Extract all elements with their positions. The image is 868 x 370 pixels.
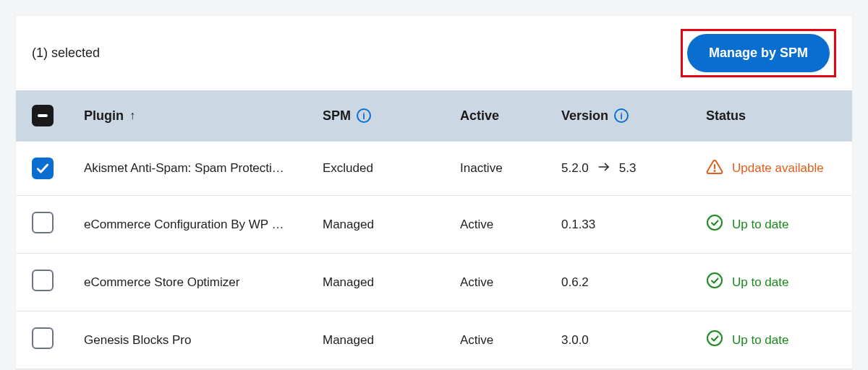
- version-from: 5.2.0: [561, 161, 589, 176]
- version-cell: 0.6.2: [554, 254, 699, 311]
- plugins-table: Plugin ↑ SPM i Active Version i: [16, 90, 852, 369]
- topbar: (1) selected Manage by SPM: [16, 16, 852, 90]
- row-checkbox[interactable]: [32, 212, 54, 233]
- manage-by-spm-button[interactable]: Manage by SPM: [687, 34, 830, 72]
- status-text: Up to date: [732, 218, 788, 232]
- table-row: Genesis Blocks ProManagedActive3.0.0Up t…: [16, 311, 852, 369]
- status-cell: Up to date: [699, 311, 852, 369]
- status-cell: Update available: [699, 142, 852, 196]
- spm-value: Managed: [315, 254, 453, 311]
- column-active[interactable]: Active: [453, 90, 554, 142]
- column-version[interactable]: Version i: [554, 90, 699, 142]
- version-from: 0.6.2: [561, 275, 589, 290]
- info-icon[interactable]: i: [614, 108, 629, 123]
- row-checkbox[interactable]: [32, 327, 54, 349]
- version-to: 5.3: [619, 161, 637, 176]
- version-cell: 0.1.33: [554, 196, 699, 254]
- table-row: Akismet Anti-Spam: Spam Protecti…Exclude…: [16, 142, 852, 196]
- table-header-row: Plugin ↑ SPM i Active Version i: [16, 90, 852, 142]
- status-text: Up to date: [732, 333, 788, 348]
- plugin-name: eCommerce Configuration By WP …: [77, 196, 315, 254]
- plugin-name: eCommerce Store Optimizer: [77, 254, 315, 311]
- info-icon[interactable]: i: [357, 108, 371, 123]
- active-value: Active: [453, 196, 554, 254]
- version-cell: 3.0.0: [554, 311, 699, 369]
- version-cell: 5.2.05.3: [554, 142, 699, 196]
- column-version-label: Version: [561, 108, 608, 124]
- warning-icon: [706, 158, 723, 179]
- table-row: eCommerce Configuration By WP …ManagedAc…: [16, 196, 852, 254]
- spm-value: Excluded: [315, 142, 453, 196]
- manage-button-highlight: Manage by SPM: [681, 29, 836, 77]
- select-all-checkbox[interactable]: [32, 105, 54, 126]
- active-value: Active: [453, 311, 554, 369]
- check-circle-icon: [706, 330, 723, 350]
- svg-point-4: [707, 273, 722, 288]
- active-value: Inactive: [453, 142, 554, 196]
- check-circle-icon: [706, 214, 723, 235]
- version-from: 0.1.33: [561, 218, 595, 232]
- column-plugin-label: Plugin: [84, 108, 124, 124]
- status-text: Update available: [732, 161, 824, 176]
- row-checkbox[interactable]: [32, 270, 54, 291]
- column-status[interactable]: Status: [699, 90, 852, 142]
- column-plugin[interactable]: Plugin ↑: [77, 90, 315, 142]
- column-active-label: Active: [460, 108, 499, 123]
- spm-value: Managed: [315, 311, 453, 369]
- svg-point-2: [714, 170, 715, 171]
- svg-point-5: [707, 331, 722, 345]
- version-from: 3.0.0: [561, 333, 589, 348]
- column-spm-label: SPM: [323, 108, 351, 124]
- sort-asc-icon: ↑: [129, 109, 135, 122]
- status-cell: Up to date: [699, 196, 852, 254]
- column-spm[interactable]: SPM i: [315, 90, 453, 142]
- row-checkbox[interactable]: [32, 158, 54, 179]
- spm-value: Managed: [315, 196, 453, 254]
- status-text: Up to date: [732, 275, 788, 290]
- table-row: eCommerce Store OptimizerManagedActive0.…: [16, 254, 852, 311]
- column-status-label: Status: [706, 108, 746, 123]
- selected-count: (1) selected: [32, 46, 100, 61]
- status-cell: Up to date: [699, 254, 852, 311]
- plugin-name: Akismet Anti-Spam: Spam Protecti…: [77, 142, 315, 196]
- plugins-panel: (1) selected Manage by SPM Plugin ↑ SPM: [16, 16, 852, 369]
- svg-point-3: [707, 215, 722, 230]
- active-value: Active: [453, 254, 554, 311]
- arrow-right-icon: [596, 160, 612, 177]
- plugin-name: Genesis Blocks Pro: [77, 311, 315, 369]
- check-circle-icon: [706, 272, 723, 293]
